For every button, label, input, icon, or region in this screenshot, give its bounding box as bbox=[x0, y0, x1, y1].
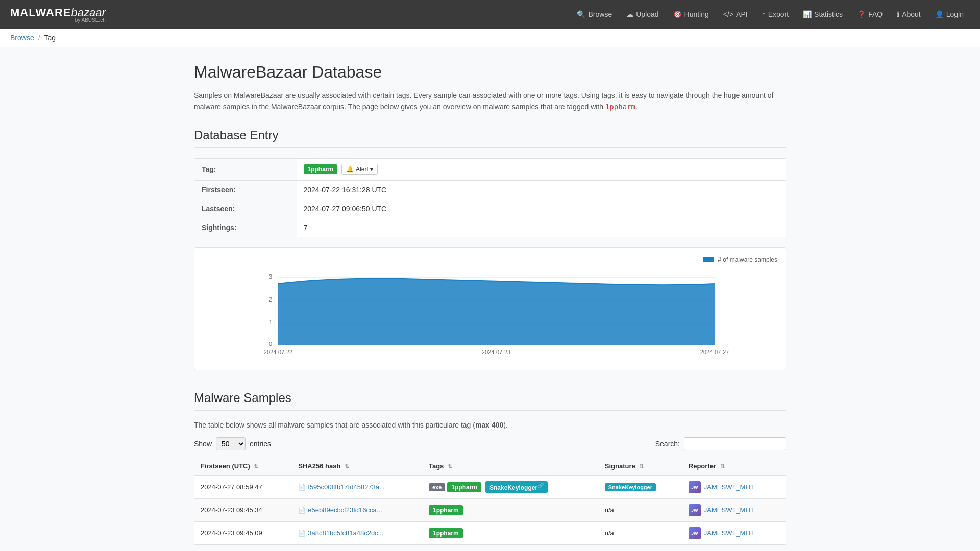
breadcrumb-separator: / bbox=[38, 34, 40, 42]
db-row-tag: Tag: 1ppharm 🔔 Alert ▾ bbox=[194, 158, 786, 180]
db-value-tag: 1ppharm 🔔 Alert ▾ bbox=[297, 158, 786, 180]
search-input[interactable] bbox=[684, 437, 786, 450]
alert-button[interactable]: 🔔 Alert ▾ bbox=[341, 164, 378, 175]
sha256-link[interactable]: f595c00fffb17fd458273a... bbox=[308, 483, 385, 491]
nav-api[interactable]: </> API bbox=[717, 7, 754, 21]
reporter-link[interactable]: JAMESWT_MHT bbox=[704, 529, 754, 537]
table-row: 2024-07-23 09:45:34📄e5eb89ecbcf23fd16cca… bbox=[194, 498, 786, 521]
tag-badge-SnakeKeylogger[interactable]: SnakeKeylogger🔗 bbox=[485, 481, 548, 493]
table-controls: Show 10 25 50 100 entries Search: bbox=[194, 437, 786, 450]
chart-legend: # of malware samples bbox=[203, 256, 777, 263]
tag-badge-1ppharm[interactable]: 1ppharm bbox=[429, 505, 463, 515]
x-label-2: 2024-07-23 bbox=[482, 349, 510, 355]
reporter-avatar: JW bbox=[689, 481, 701, 493]
sort-icon-sha256[interactable]: ⇅ bbox=[345, 463, 349, 470]
main-container: MalwareBazaar Database Samples on Malwar… bbox=[184, 47, 796, 551]
cell-tags: 1ppharm bbox=[423, 521, 599, 544]
signature-badge[interactable]: SnakeKeylogger bbox=[605, 483, 656, 491]
breadcrumb-browse[interactable]: Browse bbox=[10, 34, 34, 42]
tag-link[interactable]: 1ppharm bbox=[605, 103, 635, 111]
y-label-3: 3 bbox=[269, 273, 272, 280]
sort-icon-tags[interactable]: ⇅ bbox=[448, 463, 452, 470]
show-entries: Show 10 25 50 100 entries bbox=[194, 437, 271, 450]
brand-link[interactable]: MALWAREbazaar by ABUSE.ch bbox=[10, 6, 106, 23]
table-row: 2024-07-27 08:59:47📄f595c00fffb17fd45827… bbox=[194, 475, 786, 499]
db-entry-section-title: Database Entry bbox=[194, 128, 786, 148]
cell-tags: exe1ppharmSnakeKeylogger🔗 bbox=[423, 475, 599, 499]
col-firstseen: Firstseen (UTC) ⇅ bbox=[194, 457, 292, 475]
db-value-sightings: 7 bbox=[297, 218, 786, 237]
cell-sha256: 📄3a8c81bc5fc81a48c2dc... bbox=[292, 521, 423, 544]
cell-firstseen: 2024-07-27 08:59:47 bbox=[194, 475, 292, 499]
db-value-lastseen: 2024-07-27 09:06:50 UTC bbox=[297, 199, 786, 218]
nav-browse[interactable]: 🔍 Browse bbox=[571, 7, 618, 21]
db-row-sightings: Sightings: 7 bbox=[194, 218, 786, 237]
nav-faq[interactable]: ❓ FAQ bbox=[851, 7, 889, 21]
nav-login[interactable]: 👤 Login bbox=[929, 7, 970, 21]
db-entry-table: Tag: 1ppharm 🔔 Alert ▾ Firstseen: 2024-0… bbox=[194, 158, 786, 237]
nav-links: 🔍 Browse ☁ Upload 🎯 Hunting </> API ↑ Ex… bbox=[571, 7, 970, 21]
nav-about[interactable]: ℹ About bbox=[891, 7, 927, 21]
db-value-firstseen: 2024-07-22 16:31:28 UTC bbox=[297, 180, 786, 199]
search-label: Search: bbox=[655, 440, 680, 448]
chart-svg-wrapper: 3 2 1 0 2024-07-22 2024-07-23 2024-07-27 bbox=[203, 268, 777, 362]
navbar: MALWAREbazaar by ABUSE.ch 🔍 Browse ☁ Upl… bbox=[0, 0, 980, 29]
brand-bazaar: bazaar bbox=[71, 6, 105, 19]
search-box: Search: bbox=[655, 437, 786, 450]
brand-malware: MALWARE bbox=[10, 6, 71, 19]
cell-signature: n/a bbox=[599, 521, 682, 544]
sort-icon-firstseen[interactable]: ⇅ bbox=[254, 463, 258, 470]
nav-statistics[interactable]: 📊 Statistics bbox=[797, 7, 849, 21]
cell-signature: SnakeKeylogger bbox=[599, 475, 682, 499]
sort-icon-reporter[interactable]: ⇅ bbox=[720, 463, 725, 470]
db-label-firstseen: Firstseen: bbox=[194, 180, 297, 199]
y-label-0: 0 bbox=[269, 341, 272, 347]
samples-section-title: Malware Samples bbox=[194, 391, 786, 411]
legend-color-swatch bbox=[703, 257, 714, 262]
cell-reporter: JWJAMESWT_MHT bbox=[682, 521, 786, 544]
alert-icon: 🔔 bbox=[346, 166, 354, 173]
entries-label: entries bbox=[250, 440, 271, 448]
cell-signature: n/a bbox=[599, 498, 682, 521]
samples-table: Firstseen (UTC) ⇅ SHA256 hash ⇅ Tags ⇅ S… bbox=[194, 457, 786, 545]
alert-label: Alert ▾ bbox=[356, 166, 373, 173]
nav-export[interactable]: ↑ Export bbox=[756, 7, 795, 21]
table-row: 2024-07-23 09:45:09📄3a8c81bc5fc81a48c2dc… bbox=[194, 521, 786, 544]
tag-badge-exe[interactable]: exe bbox=[429, 483, 445, 491]
tag-badge-1ppharm[interactable]: 1ppharm bbox=[429, 528, 463, 538]
page-title: MalwareBazaar Database bbox=[194, 63, 786, 82]
db-row-lastseen: Lastseen: 2024-07-27 09:06:50 UTC bbox=[194, 199, 786, 218]
chart-container: # of malware samples 3 2 1 0 2024-07-22 bbox=[194, 247, 786, 370]
col-tags: Tags ⇅ bbox=[423, 457, 599, 475]
col-signature: Signature ⇅ bbox=[599, 457, 682, 475]
col-reporter: Reporter ⇅ bbox=[682, 457, 786, 475]
file-icon: 📄 bbox=[298, 530, 306, 537]
tag-badge-1ppharm[interactable]: 1ppharm bbox=[447, 482, 481, 492]
sha256-link[interactable]: 3a8c81bc5fc81a48c2dc... bbox=[308, 529, 383, 537]
y-label-2: 2 bbox=[269, 296, 272, 303]
max-label: max 400 bbox=[475, 421, 503, 429]
db-label-tag: Tag: bbox=[194, 158, 297, 180]
db-label-lastseen: Lastseen: bbox=[194, 199, 297, 218]
file-icon: 📄 bbox=[298, 484, 306, 491]
sha256-link[interactable]: e5eb89ecbcf23fd16cca... bbox=[308, 506, 382, 514]
legend-label: # of malware samples bbox=[718, 256, 777, 263]
reporter-avatar: JW bbox=[689, 504, 701, 516]
show-label: Show bbox=[194, 440, 212, 448]
y-label-1: 1 bbox=[269, 319, 272, 325]
cell-sha256: 📄f595c00fffb17fd458273a... bbox=[292, 475, 423, 499]
reporter-link[interactable]: JAMESWT_MHT bbox=[704, 506, 754, 514]
entries-select[interactable]: 10 25 50 100 bbox=[216, 437, 246, 450]
nav-upload[interactable]: ☁ Upload bbox=[620, 7, 665, 21]
sort-icon-signature[interactable]: ⇅ bbox=[639, 463, 644, 470]
db-label-sightings: Sightings: bbox=[194, 218, 297, 237]
file-icon: 📄 bbox=[298, 507, 306, 514]
x-label-1: 2024-07-22 bbox=[264, 349, 292, 355]
nav-hunting[interactable]: 🎯 Hunting bbox=[667, 7, 715, 21]
cell-reporter: JWJAMESWT_MHT bbox=[682, 475, 786, 499]
reporter-link[interactable]: JAMESWT_MHT bbox=[704, 483, 754, 491]
db-row-firstseen: Firstseen: 2024-07-22 16:31:28 UTC bbox=[194, 180, 786, 199]
x-label-3: 2024-07-27 bbox=[700, 349, 729, 355]
cell-firstseen: 2024-07-23 09:45:34 bbox=[194, 498, 292, 521]
samples-intro: The table below shows all malware sample… bbox=[194, 421, 786, 429]
